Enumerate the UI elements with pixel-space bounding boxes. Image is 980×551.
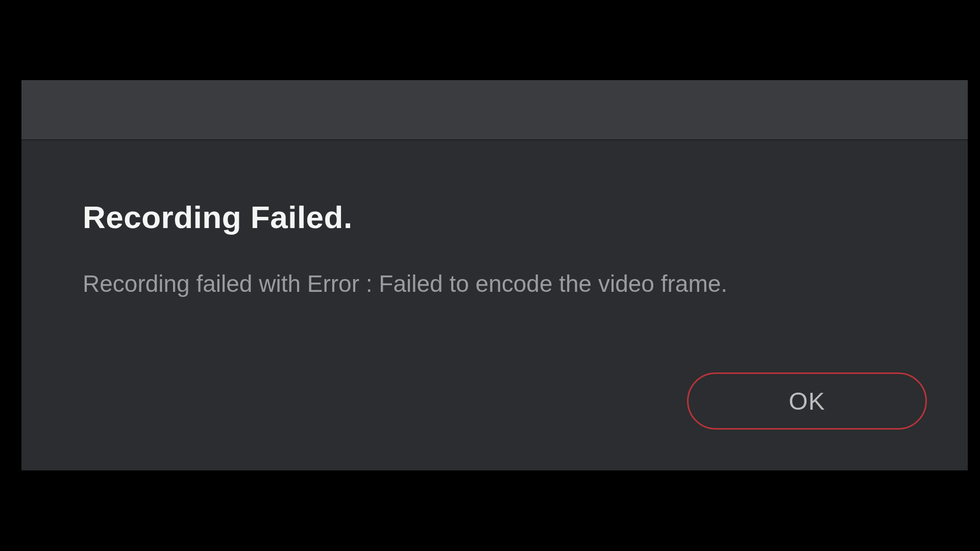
dialog-message: Recording failed with Error : Failed to … xyxy=(83,270,906,297)
dialog-body: Recording Failed. Recording failed with … xyxy=(21,140,968,297)
dialog-title: Recording Failed. xyxy=(83,199,906,235)
dialog-actions: OK xyxy=(687,372,927,430)
ok-button[interactable]: OK xyxy=(687,372,927,430)
error-dialog: Recording Failed. Recording failed with … xyxy=(21,80,968,470)
dialog-title-bar xyxy=(21,80,968,140)
